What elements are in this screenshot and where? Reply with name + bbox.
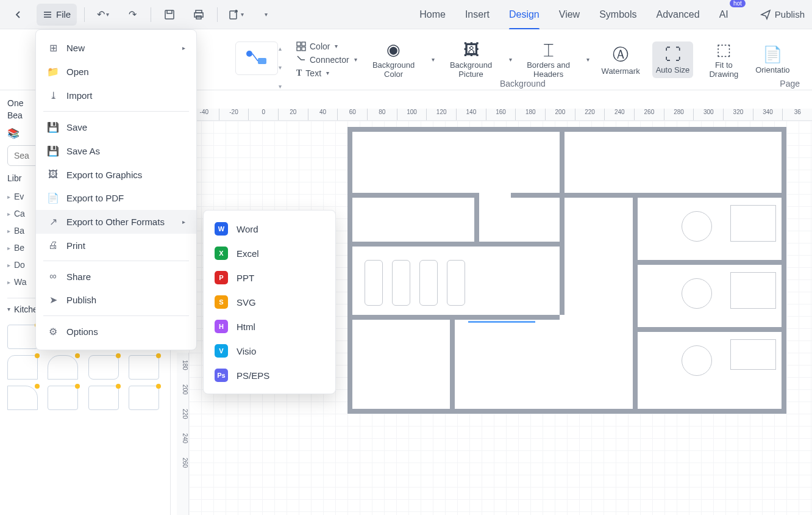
- shape-thumb[interactable]: [88, 386, 119, 410]
- orientation-icon: 📄: [763, 45, 782, 64]
- export-formats-submenu: WWordXExcelPPPTSSVGHHtmlVVisioPsPS/EPS: [203, 210, 336, 394]
- ribbon-section-page: Page: [780, 79, 800, 88]
- chevron-right-icon: ▸: [182, 218, 185, 225]
- export-ppt[interactable]: PPPT: [204, 265, 335, 290]
- save-icon-button[interactable]: [158, 4, 180, 26]
- borders-icon: ⌶: [544, 40, 554, 59]
- svg-rect-6: [258, 58, 266, 64]
- shape-thumb[interactable]: [7, 355, 38, 380]
- menu-save-as[interactable]: 💾 Save As: [36, 139, 196, 163]
- shape-thumb[interactable]: [129, 386, 159, 410]
- shape-thumb[interactable]: [48, 355, 78, 380]
- library-icon: 📚: [7, 128, 20, 139]
- tab-ai[interactable]: AI hot: [719, 4, 728, 25]
- export-icon: ↗: [47, 216, 59, 228]
- file-menu-dropdown: ⊞ New ▸ 📁 Open ⤓ Import 💾 Save 💾 Save As…: [35, 29, 197, 350]
- word-icon: W: [215, 222, 228, 236]
- shape-thumb[interactable]: [129, 355, 159, 380]
- file-label: File: [56, 9, 71, 20]
- floorplan-drawing[interactable]: [347, 127, 786, 414]
- tab-symbols[interactable]: Symbols: [599, 4, 636, 25]
- export-excel[interactable]: XExcel: [204, 241, 335, 265]
- ps/eps-icon: Ps: [215, 369, 228, 382]
- menu-export-pdf[interactable]: 📄 Export to PDF: [36, 186, 196, 210]
- menu-import[interactable]: ⤓ Import: [36, 84, 196, 107]
- tab-home[interactable]: Home: [419, 4, 446, 25]
- svg-rect-7: [297, 42, 301, 46]
- svg-rect-9: [297, 47, 301, 51]
- divider: [84, 7, 85, 22]
- chevron-right-icon: ▸: [182, 45, 185, 51]
- ruler-horizontal: -40-200204060801001201401601802002202402…: [189, 109, 812, 121]
- excel-icon: X: [215, 247, 228, 260]
- fit-drawing-button[interactable]: ⬚ Fit to Drawing: [705, 40, 742, 79]
- connector-dropdown[interactable]: Connector▾: [296, 55, 357, 65]
- menu-print[interactable]: 🖨 Print: [36, 234, 196, 257]
- import-icon: ⤓: [47, 90, 59, 101]
- background-color-button[interactable]: ◉ Background Color: [369, 40, 418, 79]
- ribbon-section-background: Background: [500, 79, 546, 88]
- visio-icon: V: [215, 344, 228, 358]
- divider: [43, 315, 189, 316]
- ruler-vertical: 180200220240260: [177, 353, 189, 515]
- svg-icon: S: [215, 295, 228, 309]
- undo-button[interactable]: ↶▾: [92, 4, 114, 26]
- picture-icon: 🖼: [463, 40, 479, 59]
- export-visio[interactable]: VVisio: [204, 339, 335, 363]
- shape-thumb[interactable]: [7, 386, 38, 410]
- save-icon: 💾: [47, 121, 59, 133]
- menu-export-other[interactable]: ↗ Export to Other Formats ▸: [36, 210, 196, 234]
- print-icon-button[interactable]: [188, 4, 210, 26]
- menu-export-graphics[interactable]: 🖼 Export to Graphics: [36, 163, 196, 186]
- svg-rect-8: [302, 42, 305, 46]
- tab-design[interactable]: Design: [509, 4, 540, 25]
- shape-thumb[interactable]: [7, 325, 38, 349]
- color-dropdown[interactable]: Color▾: [296, 41, 357, 51]
- menu-options[interactable]: ⚙ Options: [36, 320, 196, 344]
- html-icon: H: [215, 320, 228, 333]
- back-button[interactable]: [7, 4, 29, 26]
- svg-point-5: [246, 51, 252, 57]
- export-ps/eps[interactable]: PsPS/EPS: [204, 363, 335, 387]
- background-picture-button[interactable]: 🖼 Background Picture: [447, 40, 496, 79]
- send-icon: ➤: [47, 294, 59, 306]
- orientation-button[interactable]: 📄 Orientatio: [754, 45, 791, 74]
- divider: [151, 7, 151, 22]
- autosize-icon: ⛶: [665, 45, 681, 64]
- menu-publish[interactable]: ➤ Publish: [36, 288, 196, 312]
- watermark-icon: Ⓐ: [613, 44, 629, 65]
- export-word[interactable]: WWord: [204, 217, 335, 241]
- theme-scroll[interactable]: ▴▾▾: [276, 43, 284, 92]
- export-html[interactable]: HHtml: [204, 314, 335, 339]
- more-dropdown[interactable]: ▾: [254, 4, 276, 26]
- menu-new[interactable]: ⊞ New ▸: [36, 36, 196, 60]
- tab-view[interactable]: View: [559, 4, 580, 25]
- text-dropdown[interactable]: T Text▾: [296, 68, 357, 78]
- gear-icon: ⚙: [47, 326, 59, 337]
- menu-save[interactable]: 💾 Save: [36, 115, 196, 139]
- watermark-button[interactable]: Ⓐ Watermark: [602, 44, 640, 76]
- export-icon-button[interactable]: ▾: [225, 4, 247, 26]
- ribbon-format-menu: Color▾ Connector▾ T Text▾: [296, 41, 357, 78]
- publish-button[interactable]: Publish: [760, 9, 805, 20]
- paint-icon: ◉: [386, 40, 401, 59]
- borders-headers-button[interactable]: ⌶ Borders and Headers: [524, 40, 573, 79]
- shape-thumb[interactable]: [88, 355, 119, 380]
- redo-button[interactable]: ↷: [121, 4, 143, 26]
- file-menu-button[interactable]: File: [37, 4, 77, 26]
- tab-advanced[interactable]: Advanced: [657, 4, 700, 25]
- plus-icon: ⊞: [47, 42, 59, 54]
- flowchart-theme-icon[interactable]: [244, 49, 269, 67]
- hot-badge: hot: [730, 0, 746, 7]
- main-tabs: Home Insert Design View Symbols Advanced…: [419, 4, 753, 25]
- export-svg[interactable]: SSVG: [204, 290, 335, 314]
- divider: [217, 7, 218, 22]
- menu-open[interactable]: 📁 Open: [36, 60, 196, 84]
- save-as-icon: 💾: [47, 145, 59, 157]
- menu-share[interactable]: ∞ Share: [36, 265, 196, 288]
- share-icon: ∞: [47, 271, 59, 282]
- svg-rect-2: [194, 13, 203, 17]
- tab-insert[interactable]: Insert: [465, 4, 490, 25]
- auto-size-button[interactable]: ⛶ Auto Size: [652, 41, 694, 78]
- shape-thumb[interactable]: [48, 386, 78, 410]
